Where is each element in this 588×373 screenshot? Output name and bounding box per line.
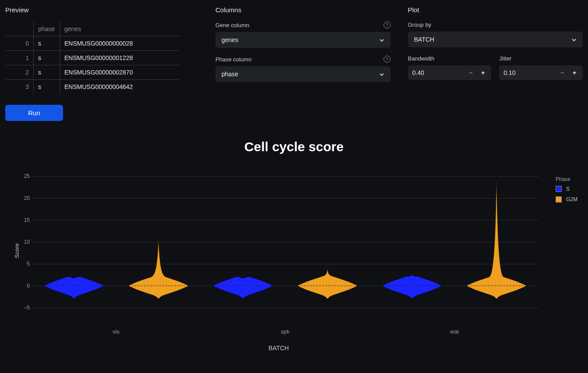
jitter-value: 0.10 — [503, 69, 515, 76]
gene-column-select[interactable]: genes — [215, 32, 391, 48]
batch-group: wal — [370, 176, 539, 325]
table-row: 2sENSMUSG00000002870 — [6, 65, 180, 80]
chart: Cell cycle score Score Phase SG2M −50510… — [0, 121, 588, 352]
row-phase: s — [34, 51, 60, 65]
y-tick: 25 — [19, 173, 30, 179]
minus-icon[interactable]: − — [467, 69, 475, 77]
row-genes: ENSMUSG00000000028 — [60, 36, 180, 51]
legend-label: G2M — [566, 196, 577, 202]
chart-title: Cell cycle score — [5, 139, 583, 154]
bandwidth-stepper[interactable]: 0.40 − + — [408, 65, 492, 80]
preview-table: phase genes 0sENSMUSG000000000281sENSMUS… — [5, 21, 180, 94]
bandwidth-label: Bandwidth — [408, 55, 435, 62]
phase-column-select[interactable]: phase — [215, 66, 391, 82]
gene-column-value: genes — [222, 36, 238, 43]
run-button[interactable]: Run — [5, 105, 63, 121]
legend-title: Phase — [556, 176, 577, 182]
row-index: 1 — [6, 51, 34, 65]
y-tick: −5 — [19, 305, 30, 311]
row-genes: ENSMUSG00000002870 — [60, 65, 180, 80]
plus-icon[interactable]: + — [570, 69, 578, 77]
jitter-label: Jitter — [499, 55, 511, 62]
x-tick: spk — [281, 328, 289, 335]
minus-icon[interactable]: − — [558, 69, 566, 77]
col-index — [6, 22, 34, 36]
bandwidth-value: 0.40 — [412, 69, 424, 76]
groupby-value: BATCH — [414, 36, 434, 43]
row-genes: ENSMUSG00000001228 — [60, 51, 180, 65]
groupby-label: Group by — [408, 21, 431, 28]
help-icon[interactable]: ? — [384, 21, 391, 28]
x-tick: wal — [450, 328, 459, 335]
y-tick: 20 — [19, 195, 30, 201]
batch-group: spk — [201, 176, 370, 325]
x-tick: vis — [113, 328, 120, 335]
legend-swatch — [556, 196, 562, 202]
y-tick: 10 — [19, 239, 30, 245]
help-icon[interactable]: ? — [384, 56, 391, 63]
row-index: 3 — [6, 80, 34, 94]
legend: Phase SG2M — [556, 176, 577, 207]
row-index: 2 — [6, 65, 34, 80]
table-row: 0sENSMUSG00000000028 — [6, 36, 180, 51]
y-tick: 5 — [19, 261, 30, 267]
row-genes: ENSMUSG00000004642 — [60, 80, 180, 94]
phase-column-label: Phase column — [215, 56, 251, 63]
preview-title: Preview — [5, 6, 198, 14]
y-axis-label: Score — [14, 243, 20, 258]
y-tick: 15 — [19, 217, 30, 223]
table-row: 1sENSMUSG00000001228 — [6, 51, 180, 65]
legend-label: S — [566, 186, 570, 192]
batch-group: vis — [32, 176, 201, 325]
y-tick: 0 — [19, 283, 30, 289]
columns-title: Columns — [215, 6, 391, 14]
phase-column-value: phase — [222, 71, 238, 78]
legend-swatch — [556, 186, 562, 192]
chevron-down-icon — [379, 37, 384, 43]
columns-panel: Columns Gene column ? genes Phase column… — [215, 6, 391, 121]
row-index: 0 — [6, 36, 34, 51]
jitter-stepper[interactable]: 0.10 − + — [499, 65, 583, 80]
row-phase: s — [34, 65, 60, 80]
chevron-down-icon — [571, 37, 577, 42]
row-phase: s — [34, 80, 60, 94]
preview-panel: Preview phase genes 0sENSMUSG00000000028… — [5, 6, 198, 121]
col-genes: genes — [60, 22, 180, 36]
legend-item[interactable]: G2M — [556, 196, 577, 202]
x-axis-label: BATCH — [18, 345, 539, 352]
row-phase: s — [34, 36, 60, 51]
chevron-down-icon — [379, 71, 384, 77]
col-phase: phase — [34, 22, 60, 36]
groupby-select[interactable]: BATCH — [408, 32, 583, 47]
gene-column-label: Gene column — [215, 22, 249, 28]
legend-item[interactable]: S — [556, 186, 577, 192]
plot-panel: Plot Group by BATCH Bandwidth 0.40 − + — [408, 6, 583, 121]
plot-title: Plot — [408, 6, 583, 14]
plus-icon[interactable]: + — [479, 69, 487, 77]
table-row: 3sENSMUSG00000004642 — [6, 80, 180, 94]
